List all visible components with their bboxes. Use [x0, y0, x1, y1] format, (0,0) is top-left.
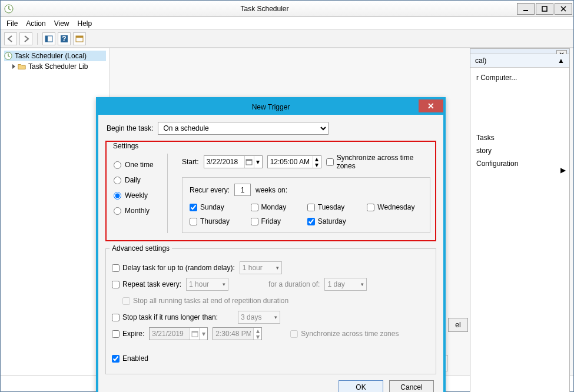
toolbar: ? — [1, 30, 573, 48]
help-button[interactable]: ? — [58, 32, 71, 45]
tree-root-label: Task Scheduler (Local) — [15, 52, 87, 60]
settings-label: Settings — [111, 142, 140, 150]
delay-checkbox[interactable]: Delay task for up to (random delay): — [112, 264, 235, 272]
day-friday[interactable]: Friday — [251, 217, 294, 225]
start-label: Start: — [182, 158, 199, 166]
freq-monthly[interactable]: Monthly — [114, 203, 167, 218]
sync-timezone-checkbox[interactable]: Synchronize across time zones — [326, 154, 430, 170]
day-saturday[interactable]: Saturday — [307, 217, 354, 225]
menu-view[interactable]: View — [54, 19, 69, 28]
svg-rect-11 — [246, 160, 252, 161]
cancel-button[interactable]: Cancel — [389, 380, 434, 392]
stop-repetition-checkbox: Stop all running tasks at end of repetit… — [122, 297, 288, 305]
start-time-picker[interactable]: ▴▾ — [267, 155, 321, 168]
actions-panel: ✕ cal) ▲ r Computer... Tasks story Confi… — [470, 48, 570, 392]
forward-button[interactable] — [19, 32, 32, 45]
svg-rect-13 — [192, 331, 198, 333]
stop-if-longer-checkbox[interactable]: Stop task if it runs longer than: — [112, 313, 218, 321]
dialog-title: New Trigger — [252, 103, 290, 111]
svg-rect-4 — [45, 36, 48, 42]
day-thursday[interactable]: Thursday — [190, 217, 238, 225]
expire-time-picker[interactable]: ▴▾ — [213, 327, 262, 340]
recur-unit: weeks on: — [256, 186, 287, 194]
freq-daily[interactable]: Daily — [114, 172, 167, 188]
tree-lib-label: Task Scheduler Lib — [28, 62, 88, 71]
recur-input[interactable] — [234, 184, 251, 196]
freq-weekly[interactable]: Weekly — [114, 188, 167, 203]
dialog-titlebar: New Trigger ✕ — [98, 99, 443, 115]
recur-label: Recur every: — [190, 186, 230, 194]
repeat-checkbox[interactable]: Repeat task every: — [112, 280, 181, 288]
day-monday[interactable]: Monday — [251, 203, 294, 211]
svg-text:?: ? — [62, 35, 66, 43]
start-date-input[interactable] — [204, 156, 244, 168]
advanced-group: Advanced settings Delay task for up to (… — [105, 248, 436, 374]
clock-icon — [4, 4, 14, 14]
ok-button[interactable]: OK — [339, 380, 383, 392]
weekly-box: Recur every: weeks on: Sunday Monday Tue… — [182, 177, 430, 233]
freq-onetime[interactable]: One time — [114, 157, 167, 172]
expire-date-input[interactable] — [150, 328, 190, 340]
delay-dropdown[interactable]: 1 hour▾ — [240, 261, 282, 274]
actions-subheader: cal) ▲ — [470, 54, 569, 68]
expire-date-picker[interactable]: ▾ — [149, 327, 208, 340]
svg-rect-1 — [523, 10, 528, 11]
day-sunday[interactable]: Sunday — [190, 203, 238, 211]
folder-icon — [18, 62, 26, 71]
tree-lib[interactable]: Task Scheduler Lib — [4, 61, 106, 72]
expand-icon[interactable] — [12, 64, 15, 69]
action-history[interactable]: story — [476, 144, 563, 157]
main-title: Task Scheduler — [14, 5, 516, 13]
day-tuesday[interactable]: Tuesday — [307, 203, 354, 211]
new-trigger-dialog: New Trigger ✕ Begin the task: On a sched… — [96, 97, 446, 392]
expire-time-input[interactable] — [213, 328, 253, 340]
start-date-picker[interactable]: ▾ — [204, 155, 263, 168]
panel-button[interactable] — [42, 32, 55, 45]
action-tasks[interactable]: Tasks — [476, 131, 563, 144]
begin-task-select[interactable]: On a schedule — [158, 122, 329, 135]
enabled-checkbox[interactable]: Enabled — [112, 354, 148, 363]
back-button[interactable] — [4, 32, 17, 45]
duration-label: for a duration of: — [268, 280, 320, 288]
calendar-icon[interactable] — [244, 156, 254, 168]
tree-root[interactable]: Task Scheduler (Local) — [4, 51, 106, 61]
actions-header: ✕ — [470, 49, 569, 54]
maximize-button[interactable] — [536, 3, 553, 15]
menu-action[interactable]: Action — [26, 19, 45, 28]
day-wednesday[interactable]: Wednesday — [367, 203, 423, 211]
sync-timezone2-checkbox: Synchronize across time zones — [290, 330, 399, 338]
calendar-icon[interactable] — [190, 328, 199, 340]
close-button[interactable] — [555, 3, 572, 15]
actions-subheader-text: cal) — [475, 57, 486, 65]
menubar: File Action View Help — [1, 17, 573, 30]
minimize-button[interactable] — [517, 3, 535, 15]
date-dropdown-icon[interactable]: ▾ — [199, 328, 207, 340]
props-button[interactable] — [73, 32, 86, 45]
time-spinner[interactable]: ▴▾ — [253, 328, 261, 340]
time-spinner[interactable]: ▴▾ — [313, 156, 321, 168]
tree-panel: Task Scheduler (Local) Task Scheduler Li… — [1, 48, 110, 375]
expire-checkbox[interactable]: Expire: — [112, 330, 144, 338]
date-dropdown-icon[interactable]: ▾ — [254, 156, 262, 168]
stop-if-dropdown[interactable]: 3 days▾ — [238, 311, 280, 324]
behind-cancel-button[interactable]: el — [448, 318, 468, 332]
begin-task-label: Begin the task: — [107, 124, 153, 132]
main-titlebar: Task Scheduler — [1, 1, 573, 17]
duration-dropdown[interactable]: 1 day▾ — [324, 278, 367, 291]
menu-file[interactable]: File — [6, 19, 18, 28]
svg-rect-8 — [76, 36, 83, 38]
repeat-dropdown[interactable]: 1 hour▾ — [186, 278, 228, 291]
content-area: Task Scheduler (Local) Task Scheduler Li… — [1, 48, 573, 375]
action-config[interactable]: Configuration — [476, 157, 563, 170]
clock-icon — [4, 52, 12, 60]
svg-rect-2 — [542, 6, 547, 11]
menu-help[interactable]: Help — [78, 19, 92, 28]
frequency-column: One time Daily Weekly Monthly — [114, 154, 168, 233]
dialog-close-button[interactable]: ✕ — [419, 99, 443, 112]
start-time-input[interactable] — [268, 156, 313, 168]
settings-group: Settings One time Daily Weekly Monthly S… — [105, 141, 436, 241]
advanced-label: Advanced settings — [110, 244, 172, 253]
action-computer[interactable]: r Computer... — [476, 71, 563, 84]
